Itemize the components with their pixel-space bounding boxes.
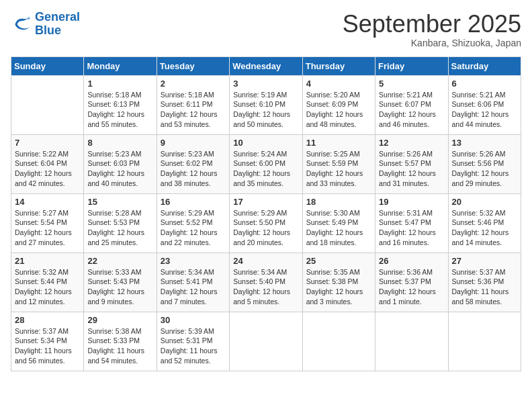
day-info: Sunrise: 5:35 AM Sunset: 5:38 PM Dayligh… bbox=[306, 267, 371, 307]
calendar-cell: 1Sunrise: 5:18 AM Sunset: 6:13 PM Daylig… bbox=[84, 75, 157, 134]
week-row-5: 28Sunrise: 5:37 AM Sunset: 5:34 PM Dayli… bbox=[11, 312, 521, 371]
calendar-cell: 27Sunrise: 5:37 AM Sunset: 5:36 PM Dayli… bbox=[448, 253, 521, 312]
day-number: 15 bbox=[87, 197, 152, 207]
day-number: 14 bbox=[15, 197, 80, 207]
day-number: 6 bbox=[452, 79, 517, 89]
day-number: 21 bbox=[15, 256, 80, 266]
day-number: 18 bbox=[306, 197, 371, 207]
logo: General Blue bbox=[11, 11, 80, 38]
calendar-cell: 14Sunrise: 5:27 AM Sunset: 5:54 PM Dayli… bbox=[11, 193, 84, 253]
day-number: 5 bbox=[379, 79, 444, 89]
calendar-table: SundayMondayTuesdayWednesdayThursdayFrid… bbox=[11, 56, 521, 371]
header-cell-monday: Monday bbox=[84, 56, 157, 75]
day-info: Sunrise: 5:23 AM Sunset: 6:02 PM Dayligh… bbox=[161, 149, 226, 189]
day-number: 11 bbox=[306, 138, 371, 148]
month-title: September 2025 bbox=[343, 11, 521, 38]
day-info: Sunrise: 5:38 AM Sunset: 5:33 PM Dayligh… bbox=[87, 326, 152, 366]
header-cell-thursday: Thursday bbox=[302, 56, 375, 75]
calendar-cell: 7Sunrise: 5:22 AM Sunset: 6:04 PM Daylig… bbox=[11, 134, 84, 193]
day-number: 4 bbox=[306, 79, 371, 89]
day-number: 7 bbox=[15, 138, 80, 148]
day-info: Sunrise: 5:37 AM Sunset: 5:34 PM Dayligh… bbox=[15, 326, 80, 366]
logo-text: General Blue bbox=[35, 11, 80, 38]
calendar-cell: 15Sunrise: 5:28 AM Sunset: 5:53 PM Dayli… bbox=[84, 193, 157, 253]
day-number: 26 bbox=[379, 256, 444, 266]
calendar-cell bbox=[230, 312, 302, 371]
day-number: 29 bbox=[87, 315, 152, 325]
calendar-cell: 29Sunrise: 5:38 AM Sunset: 5:33 PM Dayli… bbox=[84, 312, 157, 371]
calendar-cell: 11Sunrise: 5:25 AM Sunset: 5:59 PM Dayli… bbox=[302, 134, 375, 193]
calendar-cell: 3Sunrise: 5:19 AM Sunset: 6:10 PM Daylig… bbox=[230, 75, 302, 134]
day-info: Sunrise: 5:25 AM Sunset: 5:59 PM Dayligh… bbox=[306, 149, 371, 189]
calendar-cell bbox=[302, 312, 375, 371]
day-info: Sunrise: 5:30 AM Sunset: 5:49 PM Dayligh… bbox=[306, 208, 371, 248]
day-info: Sunrise: 5:29 AM Sunset: 5:52 PM Dayligh… bbox=[161, 208, 226, 248]
title-block: September 2025 Kanbara, Shizuoka, Japan bbox=[343, 11, 521, 48]
calendar-cell: 6Sunrise: 5:21 AM Sunset: 6:06 PM Daylig… bbox=[448, 75, 521, 134]
day-info: Sunrise: 5:34 AM Sunset: 5:41 PM Dayligh… bbox=[161, 267, 226, 307]
day-info: Sunrise: 5:21 AM Sunset: 6:07 PM Dayligh… bbox=[379, 90, 444, 130]
day-info: Sunrise: 5:18 AM Sunset: 6:11 PM Dayligh… bbox=[161, 90, 226, 130]
calendar-cell: 21Sunrise: 5:32 AM Sunset: 5:44 PM Dayli… bbox=[11, 253, 84, 312]
day-info: Sunrise: 5:21 AM Sunset: 6:06 PM Dayligh… bbox=[452, 90, 517, 130]
calendar-cell: 13Sunrise: 5:26 AM Sunset: 5:56 PM Dayli… bbox=[448, 134, 521, 193]
week-row-4: 21Sunrise: 5:32 AM Sunset: 5:44 PM Dayli… bbox=[11, 253, 521, 312]
day-info: Sunrise: 5:32 AM Sunset: 5:44 PM Dayligh… bbox=[15, 267, 80, 307]
calendar-cell: 22Sunrise: 5:33 AM Sunset: 5:43 PM Dayli… bbox=[84, 253, 157, 312]
day-number: 13 bbox=[452, 138, 517, 148]
calendar-cell: 28Sunrise: 5:37 AM Sunset: 5:34 PM Dayli… bbox=[11, 312, 84, 371]
calendar-cell: 26Sunrise: 5:36 AM Sunset: 5:37 PM Dayli… bbox=[375, 253, 448, 312]
day-info: Sunrise: 5:36 AM Sunset: 5:37 PM Dayligh… bbox=[379, 267, 444, 307]
calendar-cell: 4Sunrise: 5:20 AM Sunset: 6:09 PM Daylig… bbox=[302, 75, 375, 134]
day-info: Sunrise: 5:20 AM Sunset: 6:09 PM Dayligh… bbox=[306, 90, 371, 130]
header-cell-tuesday: Tuesday bbox=[157, 56, 229, 75]
day-number: 10 bbox=[233, 138, 298, 148]
day-number: 28 bbox=[15, 315, 80, 325]
day-number: 23 bbox=[161, 256, 226, 266]
week-row-3: 14Sunrise: 5:27 AM Sunset: 5:54 PM Dayli… bbox=[11, 193, 521, 253]
day-info: Sunrise: 5:29 AM Sunset: 5:50 PM Dayligh… bbox=[233, 208, 298, 248]
calendar-cell: 18Sunrise: 5:30 AM Sunset: 5:49 PM Dayli… bbox=[302, 193, 375, 253]
header-cell-wednesday: Wednesday bbox=[230, 56, 302, 75]
logo-general: General bbox=[35, 10, 80, 24]
day-info: Sunrise: 5:34 AM Sunset: 5:40 PM Dayligh… bbox=[233, 267, 298, 307]
day-info: Sunrise: 5:26 AM Sunset: 5:56 PM Dayligh… bbox=[452, 149, 517, 189]
day-info: Sunrise: 5:19 AM Sunset: 6:10 PM Dayligh… bbox=[233, 90, 298, 130]
day-number: 30 bbox=[161, 315, 226, 325]
week-row-2: 7Sunrise: 5:22 AM Sunset: 6:04 PM Daylig… bbox=[11, 134, 521, 193]
day-number: 20 bbox=[452, 197, 517, 207]
day-info: Sunrise: 5:37 AM Sunset: 5:36 PM Dayligh… bbox=[452, 267, 517, 307]
logo-blue: Blue bbox=[35, 24, 61, 37]
calendar-cell: 8Sunrise: 5:23 AM Sunset: 6:03 PM Daylig… bbox=[84, 134, 157, 193]
day-info: Sunrise: 5:24 AM Sunset: 6:00 PM Dayligh… bbox=[233, 149, 298, 189]
week-row-1: 1Sunrise: 5:18 AM Sunset: 6:13 PM Daylig… bbox=[11, 75, 521, 134]
day-info: Sunrise: 5:22 AM Sunset: 6:04 PM Dayligh… bbox=[15, 149, 80, 189]
location: Kanbara, Shizuoka, Japan bbox=[343, 38, 521, 48]
calendar-cell: 25Sunrise: 5:35 AM Sunset: 5:38 PM Dayli… bbox=[302, 253, 375, 312]
day-info: Sunrise: 5:27 AM Sunset: 5:54 PM Dayligh… bbox=[15, 208, 80, 248]
header-cell-friday: Friday bbox=[375, 56, 448, 75]
day-number: 27 bbox=[452, 256, 517, 266]
calendar-cell: 9Sunrise: 5:23 AM Sunset: 6:02 PM Daylig… bbox=[157, 134, 229, 193]
day-number: 1 bbox=[87, 79, 152, 89]
calendar-cell: 16Sunrise: 5:29 AM Sunset: 5:52 PM Dayli… bbox=[157, 193, 229, 253]
day-number: 3 bbox=[233, 79, 298, 89]
day-number: 2 bbox=[161, 79, 226, 89]
calendar-cell: 2Sunrise: 5:18 AM Sunset: 6:11 PM Daylig… bbox=[157, 75, 229, 134]
calendar-cell: 23Sunrise: 5:34 AM Sunset: 5:41 PM Dayli… bbox=[157, 253, 229, 312]
calendar-cell: 19Sunrise: 5:31 AM Sunset: 5:47 PM Dayli… bbox=[375, 193, 448, 253]
calendar-cell: 12Sunrise: 5:26 AM Sunset: 5:57 PM Dayli… bbox=[375, 134, 448, 193]
day-info: Sunrise: 5:18 AM Sunset: 6:13 PM Dayligh… bbox=[87, 90, 152, 130]
day-info: Sunrise: 5:26 AM Sunset: 5:57 PM Dayligh… bbox=[379, 149, 444, 189]
day-number: 16 bbox=[161, 197, 226, 207]
calendar-cell: 30Sunrise: 5:39 AM Sunset: 5:31 PM Dayli… bbox=[157, 312, 229, 371]
header-row: SundayMondayTuesdayWednesdayThursdayFrid… bbox=[11, 56, 521, 75]
day-number: 8 bbox=[87, 138, 152, 148]
day-info: Sunrise: 5:32 AM Sunset: 5:46 PM Dayligh… bbox=[452, 208, 517, 248]
day-info: Sunrise: 5:39 AM Sunset: 5:31 PM Dayligh… bbox=[161, 326, 226, 366]
day-info: Sunrise: 5:31 AM Sunset: 5:47 PM Dayligh… bbox=[379, 208, 444, 248]
day-info: Sunrise: 5:33 AM Sunset: 5:43 PM Dayligh… bbox=[87, 267, 152, 307]
calendar-cell: 10Sunrise: 5:24 AM Sunset: 6:00 PM Dayli… bbox=[230, 134, 302, 193]
day-number: 9 bbox=[161, 138, 226, 148]
header-cell-sunday: Sunday bbox=[11, 56, 84, 75]
